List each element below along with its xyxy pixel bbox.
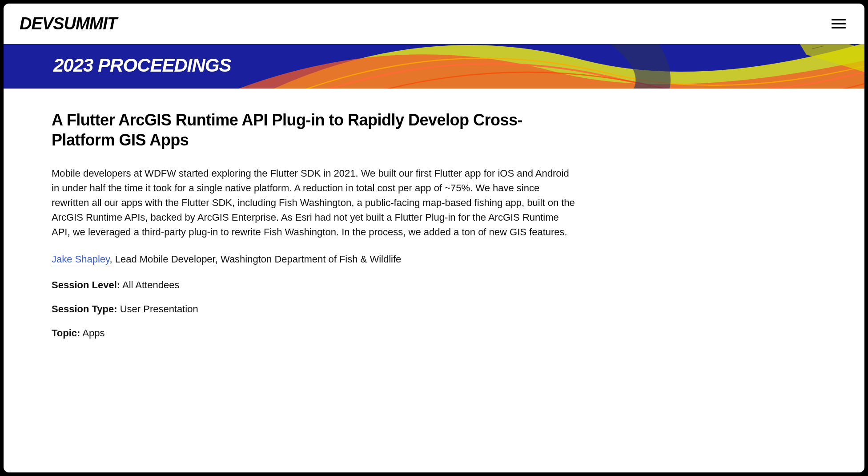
banner: 2023 PROCEEDINGS xyxy=(4,44,864,89)
session-type: Session Type: User Presentation xyxy=(52,303,578,315)
banner-title: 2023 PROCEEDINGS xyxy=(4,44,864,76)
session-type-value: User Presentation xyxy=(117,303,198,315)
author-link[interactable]: Jake Shapley xyxy=(52,254,109,265)
topic-value: Apps xyxy=(80,327,104,339)
session-level-label: Session Level: xyxy=(52,279,120,290)
header: DEVSUMMIT xyxy=(4,4,864,44)
topic-label: Topic: xyxy=(52,327,80,339)
author-role: , Lead Mobile Developer, Washington Depa… xyxy=(109,254,401,265)
logo[interactable]: DEVSUMMIT xyxy=(20,14,117,33)
session-level: Session Level: All Attendees xyxy=(52,279,578,291)
author-line: Jake Shapley, Lead Mobile Developer, Was… xyxy=(52,254,578,265)
main-content: A Flutter ArcGIS Runtime API Plug-in to … xyxy=(4,89,626,366)
description: Mobile developers at WDFW started explor… xyxy=(52,166,578,239)
hamburger-menu-icon[interactable] xyxy=(829,16,848,31)
page-title: A Flutter ArcGIS Runtime API Plug-in to … xyxy=(52,110,578,150)
session-level-value: All Attendees xyxy=(120,279,179,290)
session-type-label: Session Type: xyxy=(52,303,117,315)
topic: Topic: Apps xyxy=(52,327,578,339)
